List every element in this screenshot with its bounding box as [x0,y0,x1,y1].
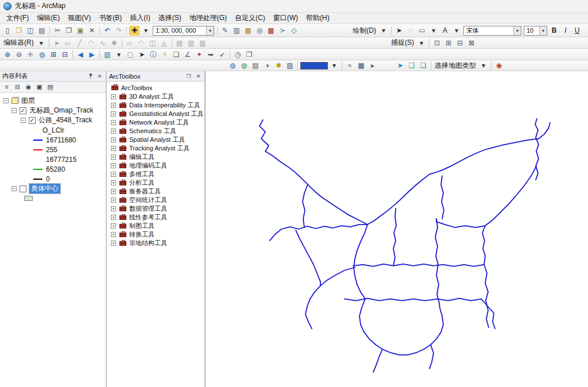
full-extent-icon[interactable]: ◍ [37,49,47,59]
toolbox-item[interactable]: +线性参考工具 [107,213,204,222]
shape-dropdown-icon[interactable]: ▾ [428,26,439,36]
zoom-in-icon[interactable]: ⊕ [2,49,13,59]
hyperlink-icon[interactable]: ⚡ [160,49,170,59]
add-data-dropdown-icon[interactable]: ▾ [141,26,151,36]
expand-icon[interactable]: + [111,94,116,99]
list-by-visibility-icon[interactable]: ◉ [24,83,33,92]
hatching-icon[interactable]: ▦ [356,61,366,71]
next-extent-icon[interactable]: ▶ [87,49,97,59]
scale-combo[interactable]: 1:30, 000, 000▾ [153,26,214,36]
map-type-label[interactable]: 选择地图类型 [433,61,478,71]
insert-menu[interactable]: 插入(I) [126,12,154,24]
publish-icon[interactable]: ➤ [395,61,405,71]
toolbox-item[interactable]: +宗地结构工具 [107,239,204,247]
legend-item[interactable]: 65280 [0,164,106,174]
polygon-symbol-swatch[interactable] [24,196,33,201]
color-ramp-dropdown-icon[interactable]: ▾ [329,61,339,71]
font-combo-dropdown-icon[interactable]: ▾ [513,26,521,35]
pan-icon[interactable]: ✛ [25,49,36,59]
editor-menu-label[interactable]: 编辑器(R) [2,38,36,48]
python-window-icon[interactable]: ≻ [277,26,288,36]
go-to-xy-icon[interactable]: ➶ [217,49,227,59]
toolbox-item[interactable]: +地理编码工具 [107,161,204,170]
select-features-icon[interactable]: ▧ [102,49,113,59]
toolbox-item[interactable]: +Spatial Analyst 工具 [107,136,204,144]
list-by-selection-icon[interactable]: ▣ [34,83,44,92]
attributes-icon[interactable]: ▥ [186,38,196,48]
zoom-out-icon[interactable]: ⊖ [14,49,24,59]
straight-segment-icon[interactable]: ╱ [75,38,85,48]
zoom-to-layer-icon[interactable]: ◍ [227,61,238,71]
legend-item[interactable]: 16711680 [0,135,106,145]
toc-options-icon[interactable]: ▤ [45,83,55,92]
toolbox-item[interactable]: +Tracking Analyst 工具 [107,144,204,153]
expand-icon[interactable]: + [111,163,116,168]
paste-icon[interactable]: ▣ [75,26,86,36]
expand-icon[interactable]: + [111,241,116,246]
toolbox-item[interactable]: +服务器工具 [107,187,204,196]
route-events-icon[interactable]: ≈ [345,61,355,71]
select-elements-icon[interactable]: ➤ [394,26,404,36]
customize-menu[interactable]: 自定义(C) [231,12,269,24]
edit-tool-icon[interactable]: ➤ [52,38,62,48]
toc-polygon-symbol-row[interactable] [0,194,106,203]
draw-dropdown-icon[interactable]: ▾ [378,26,389,36]
html-popup-icon[interactable]: ❏ [171,49,181,59]
expand-icon[interactable]: + [111,129,116,134]
close-icon[interactable]: ✕ [96,72,103,80]
collapse-icon[interactable]: − [21,118,26,123]
expand-icon[interactable]: + [111,223,116,229]
collapse-icon[interactable]: − [3,98,9,103]
identify-icon[interactable]: ⓘ [148,49,158,59]
layer-checkbox[interactable]: ✓ [29,117,36,124]
rotate-element-icon[interactable]: ◌ [405,26,416,36]
expand-icon[interactable]: + [111,180,116,185]
legend-item[interactable]: 16777215 [0,154,106,164]
globe-service-icon[interactable]: ◉ [494,61,504,71]
help-menu[interactable]: 帮助(H) [302,12,334,24]
collapse-icon[interactable]: − [11,108,17,113]
color-ramp-combo[interactable] [300,62,328,69]
find-route-icon[interactable]: ➥ [206,49,216,59]
bold-icon[interactable]: B [549,26,559,36]
add-data-icon[interactable]: ✚ [129,26,140,36]
fixed-zoom-in-icon[interactable]: ⊞ [48,49,59,59]
expand-icon[interactable]: + [111,120,116,125]
snapping-dropdown-icon[interactable]: ▾ [416,38,427,48]
arctoolbox-window-icon[interactable]: ▩ [266,26,276,36]
end-snapping-icon[interactable]: ⊞ [443,38,454,48]
arc-segment-icon[interactable]: ◠ [86,38,96,48]
time-slider-icon[interactable]: ◷ [233,49,243,59]
fixed-zoom-out-icon[interactable]: ⊟ [60,49,70,59]
transparency-icon[interactable]: ▨ [285,61,295,71]
brightness-icon[interactable]: ✺ [273,61,284,71]
expand-icon[interactable]: + [111,146,116,151]
arctoolbox-root-item[interactable]: ArcToolbox [107,83,204,92]
legend-item[interactable]: 255 [0,145,106,154]
search-window-icon[interactable]: ◎ [254,26,265,36]
story-icon[interactable]: ❑ [407,61,417,71]
close-icon[interactable]: ✕ [195,72,202,80]
italic-icon[interactable]: I [560,26,571,36]
symbol-levels-icon[interactable]: ▸ [368,61,378,71]
create-features-icon[interactable]: ▤ [175,38,185,48]
delete-icon[interactable]: ✕ [87,26,97,36]
expand-icon[interactable]: + [111,172,116,177]
layer-properties-icon[interactable]: ▤ [250,61,261,71]
map-type-dropdown-icon[interactable]: ▾ [478,61,489,71]
vertex-snapping-icon[interactable]: ⊟ [455,38,465,48]
previous-extent-icon[interactable]: ◀ [75,49,86,59]
redo-icon[interactable]: ↷ [114,26,124,36]
editor-dropdown-icon[interactable]: ▾ [36,38,47,48]
font-combo[interactable]: 宋体▾ [463,26,521,36]
font-size-combo[interactable]: 10▾ [524,26,547,36]
file-menu[interactable]: 文件(F) [2,12,33,24]
list-by-drawing-order-icon[interactable]: ≡ [2,83,11,92]
trace-tool-icon[interactable]: ∿ [98,38,108,48]
viewer-window-icon[interactable]: ❐ [244,49,254,59]
expand-icon[interactable]: + [111,232,116,237]
toc-layer-row[interactable]: − ✓ 公路_4548_Track [0,115,106,125]
expand-icon[interactable]: + [111,206,116,211]
comment-icon[interactable]: ❏ [418,61,428,71]
draw-menu-label[interactable]: 绘制(D) [351,26,378,36]
